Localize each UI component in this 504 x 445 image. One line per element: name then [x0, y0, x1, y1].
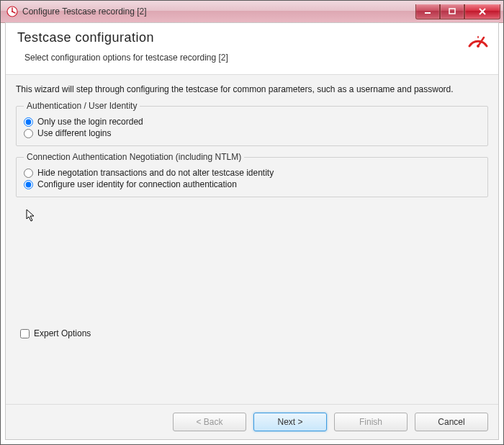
expert-options-checkbox[interactable]: Expert Options [20, 328, 91, 338]
auth-identity-legend: Authentication / User Identity [24, 101, 140, 111]
finish-button[interactable]: Finish [334, 413, 408, 431]
maximize-button[interactable] [440, 4, 464, 19]
radio-different-logins-input[interactable] [24, 129, 33, 138]
minimize-icon [424, 8, 431, 15]
close-button[interactable] [464, 4, 500, 19]
button-bar: < Back Next > Finish Cancel [6, 404, 498, 439]
radio-only-login[interactable]: Only use the login recorded [24, 117, 480, 127]
cancel-button[interactable]: Cancel [415, 413, 488, 431]
next-button[interactable]: Next > [253, 413, 327, 431]
svg-rect-3 [449, 9, 455, 14]
page-title: Testcase configuration [17, 30, 487, 45]
dialog-window: Configure Testcase recording [2] Testcas… [0, 0, 504, 445]
conn-auth-group: Connection Authentication Negotiation (i… [16, 152, 488, 197]
gauge-icon [467, 29, 490, 49]
radio-configure-identity-input[interactable] [24, 180, 33, 189]
titlebar: Configure Testcase recording [2] [1, 1, 503, 23]
page-subtitle: Select configuration options for testcas… [24, 53, 487, 63]
window-controls [415, 4, 500, 19]
radio-configure-identity-label: Configure user identity for connection a… [37, 179, 237, 189]
minimize-button[interactable] [415, 4, 440, 19]
banner: Testcase configuration Select configurat… [6, 23, 498, 75]
expert-options-label: Expert Options [34, 328, 91, 338]
expert-options-input[interactable] [20, 329, 30, 338]
radio-only-login-label: Only use the login recorded [37, 117, 143, 127]
conn-auth-legend: Connection Authentication Negotiation (i… [24, 152, 244, 162]
radio-different-logins[interactable]: Use different logins [24, 128, 480, 138]
dialog-body: Testcase configuration Select configurat… [5, 22, 499, 440]
app-icon [6, 6, 18, 17]
svg-point-7 [477, 45, 480, 48]
radio-only-login-input[interactable] [24, 117, 33, 127]
window-title: Configure Testcase recording [2] [22, 6, 415, 17]
radio-hide-negotiation-label: Hide negotation transactions and do not … [37, 168, 274, 178]
auth-identity-group: Authentication / User Identity Only use … [16, 101, 488, 146]
content-area: This wizard will step through configurin… [6, 75, 498, 212]
back-button[interactable]: < Back [173, 413, 246, 431]
intro-text: This wizard will step through configurin… [16, 84, 488, 95]
radio-hide-negotiation-input[interactable] [24, 168, 33, 178]
radio-configure-identity[interactable]: Configure user identity for connection a… [24, 179, 480, 189]
radio-hide-negotiation[interactable]: Hide negotation transactions and do not … [24, 168, 480, 178]
radio-different-logins-label: Use different logins [37, 128, 112, 138]
maximize-icon [449, 8, 456, 15]
svg-point-1 [12, 11, 13, 12]
close-icon [478, 7, 487, 16]
